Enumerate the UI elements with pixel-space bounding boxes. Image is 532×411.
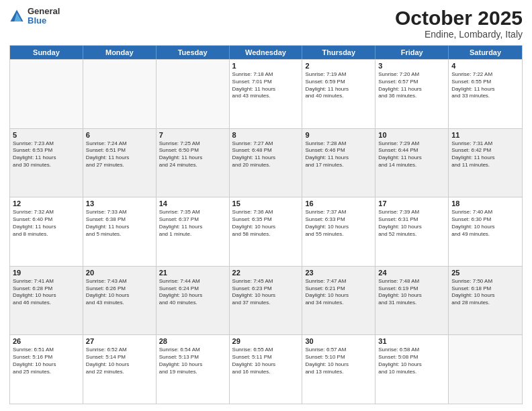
- calendar-cell: 21Sunrise: 7:44 AM Sunset: 6:24 PM Dayli…: [157, 267, 230, 335]
- calendar-week: 19Sunrise: 7:41 AM Sunset: 6:28 PM Dayli…: [10, 266, 522, 335]
- day-info: Sunrise: 7:23 AM Sunset: 6:53 PM Dayligh…: [13, 140, 80, 169]
- calendar-cell: 2Sunrise: 7:19 AM Sunset: 6:59 PM Daylig…: [302, 60, 375, 128]
- calendar-cell: 19Sunrise: 7:41 AM Sunset: 6:28 PM Dayli…: [10, 267, 83, 335]
- calendar-cell: 7Sunrise: 7:25 AM Sunset: 6:50 PM Daylig…: [157, 129, 230, 197]
- calendar-cell: 11Sunrise: 7:31 AM Sunset: 6:42 PM Dayli…: [449, 129, 522, 197]
- day-info: Sunrise: 7:36 AM Sunset: 6:35 PM Dayligh…: [232, 209, 300, 238]
- calendar-page: General Blue October 2025 Endine, Lombar…: [0, 0, 532, 411]
- day-info: Sunrise: 7:45 AM Sunset: 6:23 PM Dayligh…: [232, 278, 300, 307]
- day-info: Sunrise: 6:57 AM Sunset: 5:10 PM Dayligh…: [305, 347, 372, 375]
- calendar-week: 1Sunrise: 7:18 AM Sunset: 7:01 PM Daylig…: [10, 59, 522, 128]
- day-info: Sunrise: 7:25 AM Sunset: 6:50 PM Dayligh…: [159, 140, 226, 169]
- logo-text: General Blue: [28, 7, 60, 26]
- day-number: 17: [378, 199, 445, 208]
- calendar-cell: [83, 60, 157, 128]
- day-number: 24: [378, 269, 445, 277]
- day-info: Sunrise: 7:47 AM Sunset: 6:21 PM Dayligh…: [305, 278, 372, 307]
- calendar-cell: [157, 60, 230, 128]
- day-number: 29: [232, 337, 300, 345]
- day-info: Sunrise: 7:33 AM Sunset: 6:38 PM Dayligh…: [86, 209, 153, 238]
- day-number: 14: [159, 199, 226, 208]
- calendar-cell: 27Sunrise: 6:52 AM Sunset: 5:14 PM Dayli…: [83, 335, 157, 404]
- logo-icon: [9, 9, 24, 24]
- day-info: Sunrise: 7:20 AM Sunset: 6:57 PM Dayligh…: [378, 71, 445, 100]
- day-number: 20: [86, 269, 153, 277]
- day-number: 25: [451, 269, 519, 277]
- day-info: Sunrise: 6:54 AM Sunset: 5:13 PM Dayligh…: [159, 347, 226, 375]
- page-header: General Blue October 2025 Endine, Lombar…: [9, 7, 523, 40]
- calendar-cell: 1Sunrise: 7:18 AM Sunset: 7:01 PM Daylig…: [230, 60, 303, 128]
- day-number: 10: [378, 131, 445, 139]
- calendar-cell: 5Sunrise: 7:23 AM Sunset: 6:53 PM Daylig…: [10, 129, 83, 197]
- day-number: 23: [305, 269, 372, 277]
- day-info: Sunrise: 6:55 AM Sunset: 5:11 PM Dayligh…: [232, 347, 300, 375]
- title-block: October 2025 Endine, Lombardy, Italy: [395, 7, 523, 40]
- day-info: Sunrise: 7:50 AM Sunset: 6:18 PM Dayligh…: [451, 278, 519, 307]
- day-info: Sunrise: 7:22 AM Sunset: 6:55 PM Dayligh…: [451, 71, 519, 100]
- calendar-cell: 23Sunrise: 7:47 AM Sunset: 6:21 PM Dayli…: [302, 267, 375, 335]
- day-info: Sunrise: 7:27 AM Sunset: 6:48 PM Dayligh…: [232, 140, 300, 169]
- calendar-cell: 28Sunrise: 6:54 AM Sunset: 5:13 PM Dayli…: [157, 335, 230, 404]
- calendar-body: 1Sunrise: 7:18 AM Sunset: 7:01 PM Daylig…: [10, 59, 522, 404]
- calendar-header-cell: Wednesday: [230, 46, 303, 59]
- calendar-week: 26Sunrise: 6:51 AM Sunset: 5:16 PM Dayli…: [10, 334, 522, 404]
- day-info: Sunrise: 6:52 AM Sunset: 5:14 PM Dayligh…: [86, 347, 153, 375]
- calendar-cell: 12Sunrise: 7:32 AM Sunset: 6:40 PM Dayli…: [10, 197, 83, 266]
- day-info: Sunrise: 7:43 AM Sunset: 6:26 PM Dayligh…: [86, 278, 153, 307]
- calendar-cell: 9Sunrise: 7:28 AM Sunset: 6:46 PM Daylig…: [302, 129, 375, 197]
- day-info: Sunrise: 7:28 AM Sunset: 6:46 PM Dayligh…: [305, 140, 372, 169]
- calendar-week: 5Sunrise: 7:23 AM Sunset: 6:53 PM Daylig…: [10, 128, 522, 197]
- calendar-cell: 22Sunrise: 7:45 AM Sunset: 6:23 PM Dayli…: [230, 267, 303, 335]
- calendar-week: 12Sunrise: 7:32 AM Sunset: 6:40 PM Dayli…: [10, 197, 522, 266]
- day-number: 15: [232, 199, 300, 208]
- day-number: 18: [451, 199, 519, 208]
- calendar-header-cell: Sunday: [10, 46, 83, 59]
- day-number: 3: [378, 62, 445, 70]
- day-info: Sunrise: 7:19 AM Sunset: 6:59 PM Dayligh…: [305, 71, 372, 100]
- day-number: 2: [305, 62, 372, 70]
- day-info: Sunrise: 7:41 AM Sunset: 6:28 PM Dayligh…: [13, 278, 80, 307]
- day-number: 11: [451, 131, 519, 139]
- day-number: 16: [305, 199, 372, 208]
- calendar-cell: 26Sunrise: 6:51 AM Sunset: 5:16 PM Dayli…: [10, 335, 83, 404]
- day-number: 9: [305, 131, 372, 139]
- calendar: SundayMondayTuesdayWednesdayThursdayFrid…: [9, 45, 523, 404]
- day-number: 6: [86, 131, 153, 139]
- calendar-cell: 8Sunrise: 7:27 AM Sunset: 6:48 PM Daylig…: [230, 129, 303, 197]
- calendar-cell: 30Sunrise: 6:57 AM Sunset: 5:10 PM Dayli…: [302, 335, 375, 404]
- day-info: Sunrise: 7:29 AM Sunset: 6:44 PM Dayligh…: [378, 140, 445, 169]
- day-number: 28: [159, 337, 226, 345]
- day-number: 19: [13, 269, 80, 277]
- day-number: 27: [86, 337, 153, 345]
- calendar-cell: 18Sunrise: 7:40 AM Sunset: 6:30 PM Dayli…: [449, 197, 522, 266]
- day-info: Sunrise: 7:44 AM Sunset: 6:24 PM Dayligh…: [159, 278, 226, 307]
- calendar-cell: 16Sunrise: 7:37 AM Sunset: 6:33 PM Dayli…: [302, 197, 375, 266]
- day-info: Sunrise: 7:35 AM Sunset: 6:37 PM Dayligh…: [159, 209, 226, 238]
- calendar-cell: [449, 335, 522, 404]
- day-number: 7: [159, 131, 226, 139]
- day-number: 4: [451, 62, 519, 70]
- calendar-cell: 10Sunrise: 7:29 AM Sunset: 6:44 PM Dayli…: [375, 129, 449, 197]
- day-number: 12: [13, 199, 80, 208]
- day-info: Sunrise: 6:58 AM Sunset: 5:08 PM Dayligh…: [378, 347, 445, 375]
- calendar-cell: [10, 60, 83, 128]
- calendar-cell: 29Sunrise: 6:55 AM Sunset: 5:11 PM Dayli…: [230, 335, 303, 404]
- calendar-cell: 3Sunrise: 7:20 AM Sunset: 6:57 PM Daylig…: [375, 60, 449, 128]
- day-info: Sunrise: 7:18 AM Sunset: 7:01 PM Dayligh…: [232, 71, 300, 100]
- day-number: 21: [159, 269, 226, 277]
- day-info: Sunrise: 7:32 AM Sunset: 6:40 PM Dayligh…: [13, 209, 80, 238]
- calendar-cell: 13Sunrise: 7:33 AM Sunset: 6:38 PM Dayli…: [83, 197, 157, 266]
- day-info: Sunrise: 7:40 AM Sunset: 6:30 PM Dayligh…: [451, 209, 519, 238]
- calendar-cell: 20Sunrise: 7:43 AM Sunset: 6:26 PM Dayli…: [83, 267, 157, 335]
- calendar-cell: 31Sunrise: 6:58 AM Sunset: 5:08 PM Dayli…: [375, 335, 449, 404]
- calendar-title: October 2025: [395, 7, 523, 29]
- calendar-cell: 24Sunrise: 7:48 AM Sunset: 6:19 PM Dayli…: [375, 267, 449, 335]
- calendar-header-cell: Tuesday: [157, 46, 230, 59]
- day-info: Sunrise: 6:51 AM Sunset: 5:16 PM Dayligh…: [13, 347, 80, 375]
- calendar-cell: 4Sunrise: 7:22 AM Sunset: 6:55 PM Daylig…: [449, 60, 522, 128]
- calendar-subtitle: Endine, Lombardy, Italy: [395, 29, 523, 40]
- day-number: 5: [13, 131, 80, 139]
- calendar-header-cell: Friday: [375, 46, 449, 59]
- calendar-header-cell: Monday: [83, 46, 157, 59]
- calendar-header: SundayMondayTuesdayWednesdayThursdayFrid…: [10, 46, 522, 59]
